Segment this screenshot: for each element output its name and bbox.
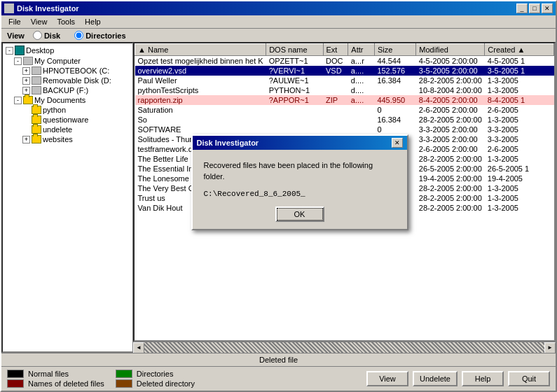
dialog-close-button[interactable]: ✕ bbox=[392, 138, 403, 148]
dialog-ok-button[interactable]: OK bbox=[275, 206, 324, 222]
dialog-path: C:\Recovered_8_6_2005_ bbox=[204, 190, 396, 198]
dialog-content: Recovered files have been placed in the … bbox=[193, 150, 407, 229]
dialog: Disk Investigator ✕ Recovered files have… bbox=[191, 134, 408, 230]
dialog-title-bar: Disk Investigator ✕ bbox=[193, 136, 407, 150]
dialog-buttons: OK bbox=[204, 206, 396, 222]
dialog-message: Recovered files have been placed in the … bbox=[204, 160, 396, 183]
modal-overlay: Disk Investigator ✕ Recovered files have… bbox=[0, 0, 557, 392]
dialog-title-text: Disk Investigator bbox=[197, 139, 259, 147]
